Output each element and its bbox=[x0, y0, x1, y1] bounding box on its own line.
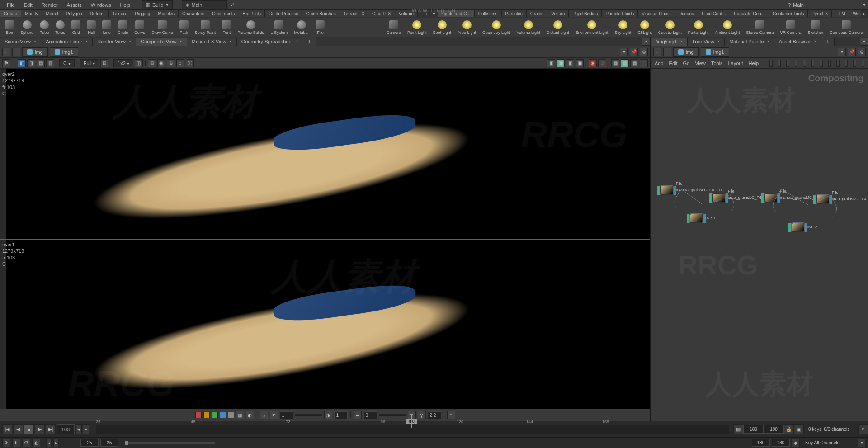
snap-a-icon[interactable]: ◉ bbox=[589, 59, 597, 67]
pane-menu-icon[interactable]: ▾ bbox=[642, 38, 650, 46]
pin-icon[interactable]: 📌 bbox=[630, 48, 638, 56]
target-icon[interactable]: ◎ bbox=[858, 48, 866, 56]
shelf-tab[interactable]: Viscous Fluids bbox=[638, 10, 675, 17]
bb-pause-icon[interactable]: ⏸ bbox=[12, 439, 20, 447]
bb-d-icon[interactable]: ◐ bbox=[32, 439, 40, 447]
goto-start-icon[interactable]: |◀ bbox=[2, 424, 12, 434]
alpha-icon[interactable]: ◐ bbox=[246, 411, 254, 419]
shelf-tab[interactable]: Hair Utils bbox=[239, 10, 265, 17]
opt-e-icon[interactable]: ⊞ bbox=[148, 59, 156, 67]
brightness-slider[interactable] bbox=[295, 414, 322, 416]
channel-dropdown[interactable]: C ▾ bbox=[59, 59, 75, 67]
expand-icon[interactable]: ⛶ bbox=[640, 59, 648, 67]
tool-gamepad-camera[interactable]: Gamepad Camera bbox=[827, 19, 866, 36]
gamma-input[interactable] bbox=[428, 411, 441, 419]
chevron-down-icon[interactable]: ▾ bbox=[838, 48, 846, 56]
color-orange[interactable] bbox=[203, 412, 210, 418]
net-menu-help[interactable]: Help bbox=[749, 61, 759, 66]
tool-camera[interactable]: Camera bbox=[384, 19, 404, 36]
bb-key-icon[interactable]: ◆ bbox=[792, 439, 800, 447]
net-menu-add[interactable]: Add bbox=[655, 61, 664, 66]
tl-opt-b[interactable]: ▣ bbox=[794, 424, 804, 434]
tool-spray-paint[interactable]: Spray Paint bbox=[192, 19, 219, 36]
shelf-tab[interactable]: FEM bbox=[832, 10, 849, 17]
current-frame-input[interactable] bbox=[57, 424, 75, 434]
back-icon[interactable]: ← bbox=[2, 48, 10, 56]
pin-icon[interactable]: 📌 bbox=[848, 48, 856, 56]
stop-icon[interactable]: ■ bbox=[24, 424, 34, 434]
shelf-tab[interactable]: Vellum bbox=[547, 10, 569, 17]
net-ico-e[interactable] bbox=[803, 60, 806, 67]
net-menu-view[interactable]: View bbox=[695, 61, 706, 66]
tool-sky-light[interactable]: Sky Light bbox=[612, 19, 634, 36]
grid-c-icon[interactable]: ▦ bbox=[630, 59, 638, 67]
play-icon[interactable]: ▶ bbox=[35, 424, 45, 434]
layout-dropdown[interactable]: 1x2 ▾ bbox=[113, 59, 133, 67]
end-frame-2[interactable] bbox=[764, 425, 784, 434]
lock-icon[interactable]: 🔒 bbox=[784, 424, 794, 434]
shelf-tab[interactable]: Characters bbox=[179, 10, 208, 17]
shelf-tab[interactable]: Constraints bbox=[208, 10, 239, 17]
menu-windows[interactable]: Windows bbox=[86, 1, 116, 9]
help-icon[interactable]: ? bbox=[788, 2, 791, 8]
tool-portal-light[interactable]: Portal Light bbox=[685, 19, 712, 36]
shelf-scroll[interactable]: ▸ bbox=[861, 11, 868, 17]
color-green[interactable] bbox=[212, 412, 218, 418]
tool-file[interactable]: File bbox=[313, 19, 327, 36]
pane-tab[interactable]: Material Palette× bbox=[725, 38, 774, 46]
add-pane-tab[interactable]: + bbox=[303, 37, 316, 47]
vr-c-icon[interactable]: ▣ bbox=[566, 59, 574, 67]
opt-g-icon[interactable]: ⊕ bbox=[167, 59, 175, 67]
step-back-icon[interactable]: ◀ bbox=[13, 424, 23, 434]
net-ico-d[interactable] bbox=[795, 60, 797, 67]
net-ico-b[interactable] bbox=[778, 60, 781, 67]
opt-c-icon[interactable]: ▤ bbox=[37, 59, 45, 67]
net-ico-f[interactable] bbox=[811, 60, 814, 67]
bb-prev[interactable]: ◂ bbox=[46, 439, 52, 447]
pane-tab[interactable]: Motion FX View× bbox=[187, 38, 237, 46]
node-over2[interactable]: over2 bbox=[791, 222, 805, 232]
shelf-tab[interactable]: Deform bbox=[86, 10, 109, 17]
tool-box[interactable]: Box bbox=[2, 19, 17, 36]
range-slider[interactable] bbox=[125, 442, 215, 444]
vr-a-icon[interactable]: ▣ bbox=[547, 59, 555, 67]
shelf-tab[interactable]: Populate Con... bbox=[730, 10, 769, 17]
net-ico-i[interactable] bbox=[836, 60, 839, 67]
shelf-tab[interactable]: Collisions bbox=[475, 10, 502, 17]
opt-a-icon[interactable]: ◧ bbox=[18, 59, 26, 67]
contrast-icon[interactable]: ◑ bbox=[324, 411, 332, 419]
key-all-label[interactable]: Key All Channels bbox=[802, 440, 856, 445]
tool-stereo-camera[interactable]: Stereo Camera bbox=[743, 19, 776, 36]
timeline-cursor[interactable]: 103 bbox=[406, 419, 417, 424]
tool-line[interactable]: Line bbox=[99, 19, 114, 36]
pane-tab[interactable]: Tree View× bbox=[688, 38, 725, 46]
chevron-down-icon[interactable]: ▾ bbox=[863, 2, 866, 8]
radial-menu-dropdown[interactable]: ◈ Main bbox=[182, 0, 227, 9]
opt-flag-icon[interactable]: ⚑ bbox=[2, 59, 10, 67]
tool-metaball[interactable]: Metaball bbox=[291, 19, 312, 36]
grid-b-icon[interactable]: ▦ bbox=[621, 59, 629, 67]
color-blue[interactable] bbox=[220, 412, 226, 418]
arrow-down-icon[interactable]: ▼ bbox=[270, 411, 278, 419]
tool-torus[interactable]: Torus bbox=[52, 19, 68, 36]
layout-a-icon[interactable]: ◫ bbox=[135, 59, 143, 67]
shelf-tab[interactable]: Wires bbox=[849, 10, 861, 17]
shelf-tab[interactable]: Rigging bbox=[131, 10, 154, 17]
checker-icon[interactable]: ▦ bbox=[236, 411, 244, 419]
shelf-tab[interactable]: Lights and C... bbox=[438, 10, 474, 17]
gamma-icon[interactable]: γ bbox=[418, 411, 426, 419]
frame-step-back[interactable]: ◂ bbox=[75, 424, 82, 434]
opt-b-icon[interactable]: ◨ bbox=[27, 59, 35, 67]
close-icon[interactable]: × bbox=[717, 39, 720, 44]
menu-help[interactable]: Help bbox=[115, 1, 135, 9]
vr-d-icon[interactable]: ▣ bbox=[576, 59, 584, 67]
shelf-tab[interactable]: Oceans bbox=[675, 10, 698, 17]
close-icon[interactable]: × bbox=[179, 39, 182, 44]
tool-font[interactable]: Font bbox=[219, 19, 234, 36]
tool-gi-light[interactable]: GI Light bbox=[635, 19, 655, 36]
shelf-tab[interactable]: Grains bbox=[527, 10, 547, 17]
net-ico-a[interactable] bbox=[769, 60, 772, 67]
tool-area-light[interactable]: Area Light bbox=[455, 19, 479, 36]
tool-grid[interactable]: Grid bbox=[69, 19, 83, 36]
magnet-icon[interactable]: ⊙ bbox=[598, 59, 606, 67]
